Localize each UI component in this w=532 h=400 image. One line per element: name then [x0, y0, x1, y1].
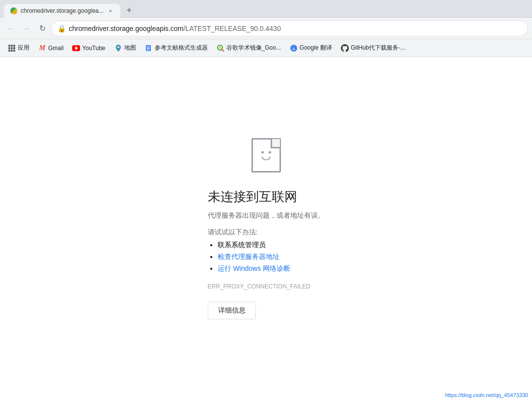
bookmark-apps-label: 应用: [18, 44, 29, 52]
bookmark-maps-label: 地图: [124, 44, 136, 52]
error-subtitle: 代理服务器出现问题，或者地址有误。: [208, 211, 325, 220]
svg-text:A: A: [292, 46, 295, 51]
broken-doc-icon: [252, 138, 281, 172]
scholar-tool-icon: [145, 44, 153, 52]
maps-icon: [114, 44, 122, 52]
bookmark-youtube-label: YouTube: [82, 45, 105, 52]
bookmark-youtube[interactable]: YouTube: [68, 42, 109, 54]
bookmarks-bar: 应用 M Gmail YouTube 地图: [0, 39, 532, 57]
details-button[interactable]: 详细信息: [208, 302, 256, 319]
active-tab[interactable]: chromedriver.storage.googlea... ×: [4, 4, 120, 18]
bookmark-translate-label: Google 翻译: [300, 44, 332, 52]
suggestion-2-link[interactable]: 检查代理服务器地址: [218, 253, 280, 260]
suggestion-1-text: 联系系统管理员: [218, 241, 266, 249]
bottom-link[interactable]: https://blog.csdn.net/qq_45473330: [445, 392, 528, 398]
new-tab-button[interactable]: +: [122, 3, 136, 17]
suggestion-3-link[interactable]: 运行 Windows 网络诊断: [218, 264, 291, 272]
bookmark-maps[interactable]: 地图: [111, 42, 140, 54]
gmail-icon: M: [38, 44, 46, 52]
svg-rect-1: [147, 47, 150, 48]
suggestion-2[interactable]: 检查代理服务器地址: [218, 253, 325, 261]
svg-line-6: [222, 50, 224, 51]
error-content: 未连接到互联网 代理服务器出现问题，或者地址有误。 请试试以下办法: 联系系统管…: [208, 188, 325, 319]
bookmark-scholar-tool[interactable]: 参考文献格式生成器: [141, 42, 212, 54]
error-title: 未连接到互联网: [208, 188, 325, 205]
bookmark-translate[interactable]: A Google 翻译: [286, 42, 336, 54]
svg-rect-2: [147, 48, 150, 49]
svg-rect-3: [147, 50, 149, 51]
tab-favicon: [10, 7, 18, 15]
bookmark-github-label: GitHub代下载服务-...: [351, 44, 405, 52]
bookmark-scholar-tool-label: 参考文献格式生成器: [155, 44, 208, 52]
tab-close-button[interactable]: ×: [107, 7, 114, 15]
error-icon: [252, 138, 281, 172]
tab-container: chromedriver.storage.googlea... × +: [4, 0, 136, 17]
translate-icon: A: [290, 44, 298, 52]
apps-icon: [8, 44, 16, 52]
suggestion-1: 联系系统管理员: [218, 241, 325, 250]
url-path: /LATEST_RELEASE_90.0.4430: [183, 25, 280, 32]
address-bar[interactable]: 🔒 chromedriver.storage.googleapis.com/LA…: [51, 21, 528, 36]
github-icon: [341, 44, 349, 52]
left-eye: [261, 151, 264, 153]
bookmark-google-scholar[interactable]: 谷歌学术镜像_Goo...: [213, 42, 285, 54]
bookmark-gmail-label: Gmail: [48, 45, 63, 52]
url-display: chromedriver.storage.googleapis.com/LATE…: [69, 25, 522, 32]
svg-point-5: [219, 46, 222, 49]
title-bar: chromedriver.storage.googlea... × +: [0, 0, 532, 18]
forward-button[interactable]: →: [20, 22, 33, 35]
error-suggestions-label: 请试试以下办法:: [208, 228, 325, 237]
lock-icon: 🔒: [57, 25, 66, 32]
bookmark-google-scholar-label: 谷歌学术镜像_Goo...: [226, 44, 281, 52]
suggestion-3[interactable]: 运行 Windows 网络诊断: [218, 264, 325, 273]
lens-icon: [217, 44, 224, 52]
bookmark-gmail[interactable]: M Gmail: [34, 42, 67, 54]
page-content: 未连接到互联网 代理服务器出现问题，或者地址有误。 请试试以下办法: 联系系统管…: [0, 57, 532, 400]
sad-face: [261, 151, 271, 160]
sad-mouth: [262, 156, 271, 160]
bookmark-apps[interactable]: 应用: [4, 42, 33, 54]
url-base: chromedriver.storage.googleapis.com: [69, 25, 183, 32]
youtube-icon: [72, 44, 80, 52]
browser-frame: chromedriver.storage.googlea... × + ← → …: [0, 0, 532, 400]
back-button[interactable]: ←: [4, 22, 18, 35]
address-bar-row: ← → ↻ 🔒 chromedriver.storage.googleapis.…: [0, 18, 532, 39]
suggestions-list: 联系系统管理员 检查代理服务器地址 运行 Windows 网络诊断: [208, 241, 325, 273]
bookmark-github[interactable]: GitHub代下载服务-...: [337, 42, 409, 54]
right-eye: [269, 151, 271, 153]
eyes: [261, 151, 271, 153]
error-code: ERR_PROXY_CONNECTION_FAILED: [208, 283, 325, 290]
reload-button[interactable]: ↻: [35, 22, 49, 35]
tab-title: chromedriver.storage.googlea...: [21, 7, 104, 14]
